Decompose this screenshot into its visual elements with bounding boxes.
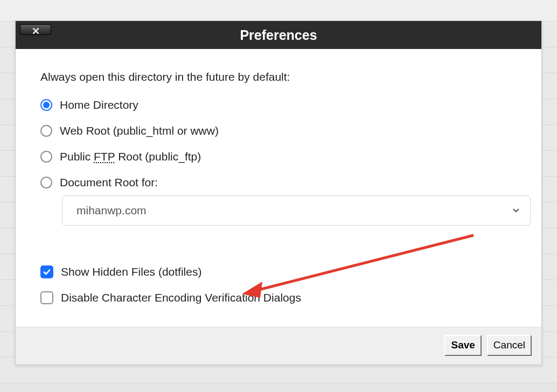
- directory-prompt: Always open this directory in the future…: [40, 71, 517, 83]
- radio-home-directory[interactable]: Home Directory: [40, 99, 517, 111]
- dialog-titlebar: Preferences: [16, 21, 541, 49]
- dialog-content: Always open this directory in the future…: [16, 49, 541, 327]
- chevron-down-icon: [512, 204, 520, 217]
- save-button[interactable]: Save: [444, 335, 481, 356]
- checkbox-icon: [40, 265, 53, 278]
- radio-icon: [40, 151, 52, 163]
- radio-icon: [40, 125, 52, 137]
- dialog-footer: Save Cancel: [16, 327, 541, 365]
- checkbox-label: Show Hidden Files (dotfiles): [61, 265, 201, 278]
- document-root-select[interactable]: mihanwp.com: [62, 195, 531, 226]
- radio-label: Web Root (public_html or www): [60, 124, 219, 137]
- checkbox-show-hidden-files[interactable]: Show Hidden Files (dotfiles): [40, 265, 517, 278]
- dialog-title: Preferences: [240, 27, 317, 43]
- radio-public-ftp-root[interactable]: Public FTP Root (public_ftp): [40, 150, 517, 163]
- radio-label: Home Directory: [60, 99, 138, 111]
- close-icon: [32, 22, 39, 38]
- cancel-button[interactable]: Cancel: [487, 335, 532, 356]
- radio-icon: [40, 99, 52, 111]
- checkbox-icon: [40, 291, 53, 304]
- close-button[interactable]: [20, 24, 51, 35]
- radio-web-root[interactable]: Web Root (public_html or www): [40, 124, 517, 137]
- checkbox-disable-encoding-dialogs[interactable]: Disable Character Encoding Verification …: [40, 291, 517, 304]
- radio-label: Public FTP Root (public_ftp): [60, 150, 201, 163]
- radio-label: Document Root for:: [60, 176, 158, 189]
- preferences-dialog: Preferences Always open this directory i…: [15, 20, 542, 365]
- radio-document-root[interactable]: Document Root for:: [40, 176, 517, 189]
- select-value: mihanwp.com: [76, 204, 147, 217]
- radio-icon: [40, 177, 52, 188]
- checkbox-label: Disable Character Encoding Verification …: [61, 291, 301, 304]
